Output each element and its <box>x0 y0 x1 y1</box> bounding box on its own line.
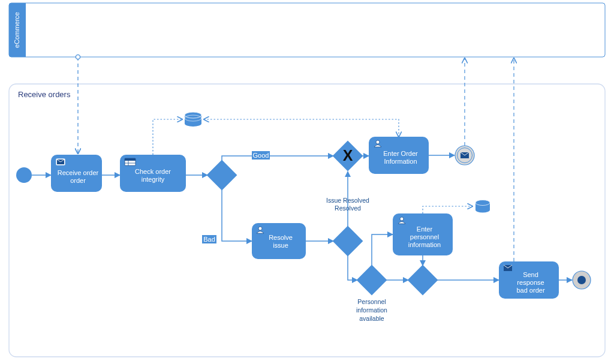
svg-text:information: information <box>356 306 387 314</box>
task-receive-order: Receive order order <box>51 155 102 192</box>
svg-point-8 <box>16 167 32 183</box>
bpmn-diagram: eCommerce Receive orders Receive order o… <box>0 0 614 364</box>
svg-text:Personnel: Personnel <box>357 298 386 305</box>
svg-point-27 <box>376 140 380 144</box>
svg-text:order: order <box>70 177 86 184</box>
task-enter-personnel: Enter personnel information <box>393 213 453 255</box>
flow-resolve-down <box>348 255 357 280</box>
svg-rect-18 <box>125 158 136 161</box>
event-message-throw <box>455 146 474 165</box>
flow-issue-resolved: Issue Resolved Resolved <box>326 172 369 227</box>
svg-text:integrity: integrity <box>142 176 165 183</box>
svg-text:available: available <box>359 315 384 322</box>
data-assoc-check-store <box>153 119 182 155</box>
svg-text:bad order: bad order <box>516 287 544 294</box>
svg-text:Resolved: Resolved <box>335 204 361 212</box>
svg-text:Bad: Bad <box>203 236 215 243</box>
gateway-resolve <box>333 226 363 257</box>
gateway-integrity <box>207 160 237 191</box>
svg-text:X: X <box>343 147 353 164</box>
svg-text:response: response <box>517 279 544 286</box>
svg-text:personnel: personnel <box>410 233 439 240</box>
svg-text:Enter Order: Enter Order <box>383 150 418 157</box>
group-label: Receive orders <box>18 90 71 99</box>
data-assoc-personnel-store <box>423 206 472 213</box>
svg-text:Send: Send <box>523 271 538 278</box>
svg-text:Resolve: Resolve <box>269 234 293 241</box>
svg-point-40 <box>400 217 404 221</box>
gateway-merge-personnel <box>408 265 438 296</box>
svg-point-49 <box>577 276 586 284</box>
message-icon <box>56 158 65 166</box>
svg-text:issue: issue <box>273 242 288 249</box>
svg-rect-21 <box>207 160 237 191</box>
task-check-integrity: Check order integrity <box>120 155 186 192</box>
svg-text:Issue Resolved: Issue Resolved <box>326 197 369 204</box>
svg-rect-41 <box>357 265 387 296</box>
end-event <box>573 271 591 289</box>
label-personnel-available: Personnel information available <box>356 298 387 322</box>
svg-point-34 <box>258 227 262 230</box>
flow-personnel-up <box>372 234 393 266</box>
svg-rect-1 <box>9 3 605 57</box>
svg-text:Check order: Check order <box>135 168 171 175</box>
start-event <box>16 167 32 183</box>
svg-text:Enter: Enter <box>417 225 433 233</box>
task-enter-order: Enter Order Information <box>369 137 429 174</box>
data-store-right <box>475 200 490 213</box>
task-resolve-issue: Resolve issue <box>252 223 306 259</box>
svg-rect-5 <box>9 84 605 357</box>
svg-text:Information: Information <box>384 158 417 165</box>
task-send-bad: Send response bad order <box>499 261 559 299</box>
svg-text:Receive order: Receive order <box>58 169 99 176</box>
gateway-personnel <box>357 265 387 296</box>
group-receive-orders: Receive orders <box>9 84 605 357</box>
message-icon <box>504 265 512 271</box>
svg-text:eCommerce: eCommerce <box>13 12 20 48</box>
pool-ecommerce: eCommerce <box>9 3 605 57</box>
svg-text:Good: Good <box>253 152 269 159</box>
svg-rect-42 <box>408 265 438 296</box>
svg-text:Receive orders: Receive orders <box>18 90 71 99</box>
data-assoc-store-order <box>204 119 399 137</box>
svg-rect-35 <box>333 226 363 257</box>
svg-rect-3 <box>23 3 26 57</box>
flow-good: Good <box>222 151 333 161</box>
svg-point-57 <box>475 207 490 213</box>
pool-label: eCommerce <box>13 12 20 48</box>
svg-point-52 <box>185 121 201 127</box>
table-icon <box>125 158 136 166</box>
svg-text:information: information <box>408 241 441 248</box>
flow-bad: Bad <box>202 189 252 243</box>
gateway-merge-x: X <box>333 141 363 172</box>
data-store-top <box>185 112 201 127</box>
